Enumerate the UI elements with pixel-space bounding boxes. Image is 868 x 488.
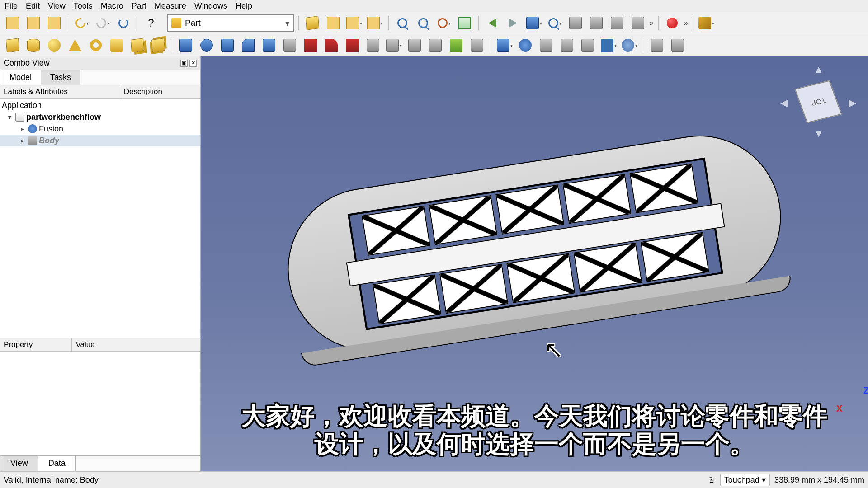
part-cylinder-button[interactable]	[24, 36, 42, 54]
menu-help[interactable]: Help	[236, 1, 252, 11]
panel-float-button[interactable]: ▣	[180, 60, 188, 67]
toolbar-overflow-1[interactable]: »	[650, 19, 654, 27]
part-section-button[interactable]	[343, 36, 361, 54]
navcube-up-icon[interactable]: ▲	[814, 64, 824, 75]
nav-forward-button[interactable]	[504, 14, 522, 32]
extrude-icon	[179, 39, 192, 52]
nav-back-button[interactable]	[483, 14, 501, 32]
model-tree[interactable]: Application ▾ partworkbenchflow ▸ Fusion…	[0, 99, 200, 338]
view-top-button[interactable]	[608, 14, 626, 32]
navcube-down-icon[interactable]: ▼	[814, 128, 824, 140]
part-offset3d-button[interactable]	[385, 36, 403, 54]
part-cross-sections-button[interactable]	[364, 36, 382, 54]
fit-all-button[interactable]	[393, 14, 411, 32]
tree-item-fusion[interactable]: ▸ Fusion	[0, 123, 200, 135]
bounding-box-button[interactable]	[456, 14, 474, 32]
menu-tools[interactable]: Tools	[74, 1, 93, 11]
navcube-left-icon[interactable]: ◀	[780, 97, 788, 109]
cone-icon	[69, 39, 81, 51]
part-sweep-button[interactable]	[322, 36, 340, 54]
menu-macro[interactable]: Macro	[101, 1, 123, 11]
part-split-button[interactable]	[620, 36, 638, 54]
part-loft-button[interactable]	[302, 36, 320, 54]
tab-view[interactable]: View	[0, 456, 38, 471]
zoom-button[interactable]	[546, 14, 564, 32]
menu-windows[interactable]: Windows	[194, 1, 227, 11]
tree-document-label: partworkbenchflow	[26, 113, 101, 122]
property-panel[interactable]	[0, 352, 200, 455]
redo-button[interactable]	[94, 14, 112, 32]
mouse-mode-icon: 🖱	[708, 475, 716, 485]
part-check-geometry-button[interactable]	[648, 36, 666, 54]
expand-icon[interactable]: ▸	[18, 137, 26, 144]
expand-icon[interactable]: ▸	[18, 125, 26, 132]
navigation-style-selector[interactable]: Touchpad ▾	[720, 474, 770, 486]
projection-icon	[429, 39, 442, 52]
part-primitives-button[interactable]	[128, 36, 146, 54]
part-chamfer-button[interactable]	[260, 36, 278, 54]
draw-style-button[interactable]	[435, 14, 453, 32]
isometric-button[interactable]	[525, 14, 543, 32]
tab-tasks[interactable]: Tasks	[41, 70, 80, 85]
part-box-button[interactable]	[4, 36, 22, 54]
menu-part[interactable]: Part	[132, 1, 146, 11]
part-thickness-button[interactable]	[406, 36, 424, 54]
part-boolean-button[interactable]	[516, 36, 534, 54]
view-front-button[interactable]	[587, 14, 605, 32]
toolbar-overflow-2[interactable]: »	[684, 19, 688, 27]
part-revolve-button[interactable]	[198, 36, 216, 54]
menu-measure[interactable]: Measure	[155, 1, 186, 11]
part-extrude-button[interactable]	[177, 36, 195, 54]
part-mirror-button[interactable]	[218, 36, 236, 54]
part-tube-button[interactable]	[108, 36, 126, 54]
tree-item-body[interactable]: ▸ Body	[0, 135, 200, 146]
part-join-button[interactable]	[599, 36, 618, 54]
macro-record-button[interactable]	[663, 14, 681, 32]
part-fuse-button[interactable]	[558, 36, 576, 54]
view-right-button[interactable]	[629, 14, 647, 32]
workbench-selector[interactable]: Part ▾	[167, 14, 294, 32]
part-color-button[interactable]	[447, 36, 465, 54]
tree-application-row[interactable]: Application	[0, 99, 200, 111]
refresh-button[interactable]	[114, 14, 132, 32]
part-ruled-button[interactable]	[281, 36, 299, 54]
part-workbench-icon	[171, 18, 181, 28]
part-cone-button[interactable]	[66, 36, 84, 54]
part-builder-button[interactable]	[149, 36, 167, 54]
menu-view[interactable]: View	[48, 1, 66, 11]
part-cut-button[interactable]	[537, 36, 555, 54]
part-sphere-button[interactable]	[45, 36, 63, 54]
undo-button[interactable]	[73, 14, 91, 32]
create-group-button[interactable]	[324, 14, 342, 32]
3d-viewport[interactable]: ↖ ▲ ▼ ◀ ▶ TOP Z X Y 大家好，欢迎收看本频道。今天我们将讨论零…	[201, 56, 868, 471]
status-bar: Valid, Internal name: Body 🖱 Touchpad ▾ …	[0, 471, 868, 488]
navcube-right-icon[interactable]: ▶	[849, 97, 856, 109]
new-document-button[interactable]	[4, 14, 22, 32]
menu-file[interactable]: File	[5, 1, 18, 11]
chamfer-icon	[263, 39, 275, 52]
part-fillet-button[interactable]	[239, 36, 257, 54]
part-attachment-button[interactable]	[468, 36, 486, 54]
measure-button[interactable]	[698, 14, 716, 32]
panel-close-button[interactable]: ✕	[189, 60, 197, 67]
part-common-button[interactable]	[579, 36, 597, 54]
link-actions-button[interactable]	[366, 14, 384, 32]
part-defeaturing-button[interactable]	[669, 36, 687, 54]
navigation-cube[interactable]: ▲ ▼ ◀ ▶ TOP	[782, 66, 854, 138]
part-compound-button[interactable]	[495, 36, 514, 54]
tab-model[interactable]: Model	[0, 70, 41, 85]
link-make-button[interactable]	[345, 14, 363, 32]
whats-this-button[interactable]: ?	[142, 14, 160, 32]
save-button[interactable]	[45, 14, 63, 32]
menu-edit[interactable]: Edit	[26, 1, 40, 11]
tab-data[interactable]: Data	[38, 456, 76, 471]
part-torus-button[interactable]	[87, 36, 105, 54]
open-button[interactable]	[24, 14, 42, 32]
navcube-face[interactable]: TOP	[794, 80, 842, 123]
tree-document-row[interactable]: ▾ partworkbenchflow	[0, 111, 200, 123]
create-part-button[interactable]	[303, 14, 321, 32]
expand-icon[interactable]: ▾	[5, 113, 14, 121]
part-projection-button[interactable]	[426, 36, 444, 54]
view-iso-button[interactable]	[566, 14, 585, 32]
fit-selection-button[interactable]	[414, 14, 432, 32]
